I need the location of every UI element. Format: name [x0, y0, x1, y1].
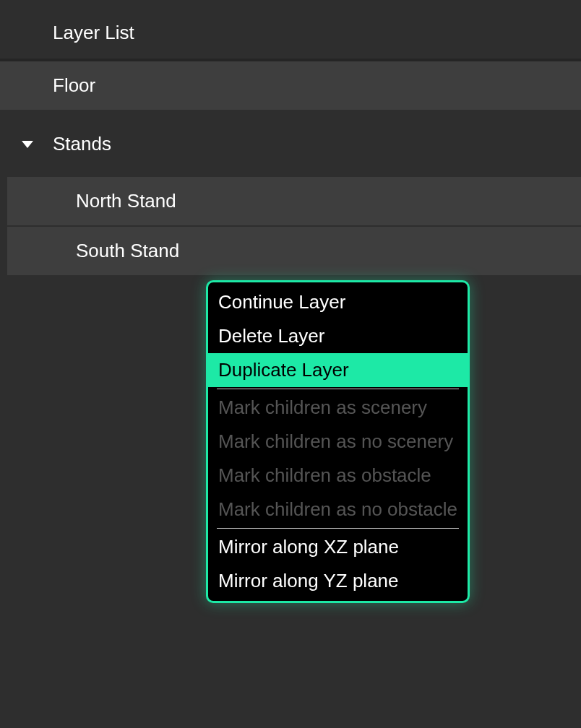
menu-item-mark-scenery: Mark children as scenery — [208, 391, 468, 425]
spacer — [0, 111, 581, 120]
layer-label: South Stand — [76, 240, 179, 261]
menu-item-mark-obstacle: Mark children as obstacle — [208, 459, 468, 493]
layer-label: Stands — [53, 133, 111, 155]
menu-item-mark-no-scenery: Mark children as no scenery — [208, 425, 468, 459]
menu-separator — [217, 528, 459, 529]
menu-label: Mirror along XZ plane — [218, 536, 399, 558]
menu-label: Mirror along YZ plane — [218, 570, 399, 592]
menu-label: Mark children as no obstacle — [218, 498, 457, 520]
menu-label: Mark children as obstacle — [218, 464, 431, 486]
menu-label: Duplicate Layer — [218, 359, 349, 381]
menu-item-mirror-xz[interactable]: Mirror along XZ plane — [208, 530, 468, 564]
menu-item-mark-no-obstacle: Mark children as no obstacle — [208, 493, 468, 526]
panel-title: Layer List — [0, 0, 581, 58]
layer-label: North Stand — [76, 190, 176, 212]
menu-label: Delete Layer — [218, 325, 324, 347]
layer-floor[interactable]: Floor — [0, 61, 581, 110]
spacer — [0, 168, 581, 177]
layer-panel: Layer List Floor Stands North Stand Sout… — [0, 0, 581, 275]
menu-label: Mark children as scenery — [218, 396, 427, 418]
layer-south-stand[interactable]: South Stand — [7, 227, 581, 275]
layer-stands-group[interactable]: Stands — [0, 120, 581, 168]
menu-item-duplicate-layer[interactable]: Duplicate Layer — [208, 353, 468, 387]
layer-label: Floor — [53, 74, 95, 96]
context-menu: Continue Layer Delete Layer Duplicate La… — [206, 280, 470, 603]
menu-separator — [217, 389, 459, 389]
chevron-down-icon — [22, 141, 33, 148]
menu-label: Continue Layer — [218, 291, 345, 313]
menu-item-continue-layer[interactable]: Continue Layer — [208, 285, 468, 319]
menu-label: Mark children as no scenery — [218, 430, 453, 452]
menu-item-mirror-yz[interactable]: Mirror along YZ plane — [208, 564, 468, 598]
layer-north-stand[interactable]: North Stand — [7, 177, 581, 225]
menu-item-delete-layer[interactable]: Delete Layer — [208, 319, 468, 353]
